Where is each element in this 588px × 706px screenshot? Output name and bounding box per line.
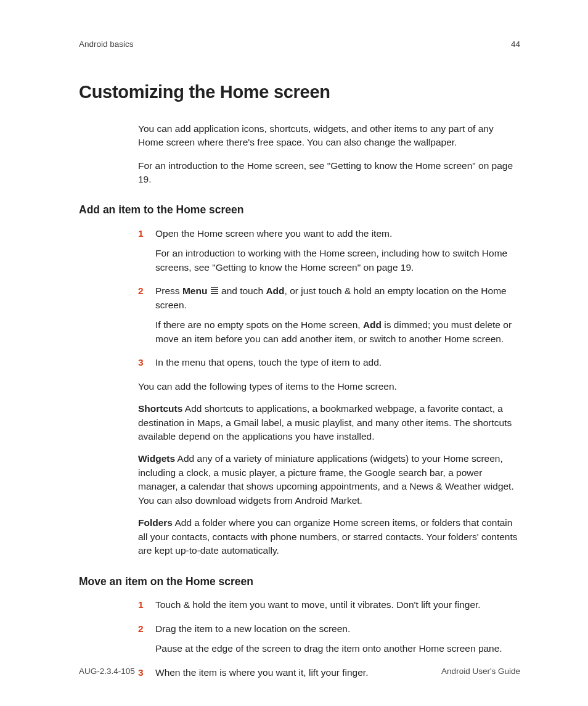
step-number: 1 xyxy=(138,598,155,618)
menu-label: Menu xyxy=(182,285,207,296)
step-text: In the menu that opens, touch the type o… xyxy=(155,356,520,369)
step-item: 1 Open the Home screen where you want to… xyxy=(138,227,520,281)
step-text: Touch & hold the item you want to move, … xyxy=(155,598,520,612)
intro-block: You can add application icons, shortcuts… xyxy=(79,122,520,187)
add-label: Add xyxy=(266,285,284,296)
step-number: 2 xyxy=(138,284,155,352)
doc-title: Android User's Guide xyxy=(441,665,520,678)
step-note: If there are no empty spots on the Home … xyxy=(155,318,520,346)
body-paragraph: You can add the following types of items… xyxy=(138,380,520,393)
definition-label: Shortcuts xyxy=(138,403,182,414)
step-note: For an introduction to working with the … xyxy=(155,247,520,274)
steps-list: 1 Open the Home screen where you want to… xyxy=(138,227,520,558)
doc-id: AUG-2.3.4-105 xyxy=(79,665,135,678)
intro-paragraph: For an introduction to the Home screen, … xyxy=(138,159,520,187)
intro-paragraph: You can add application icons, shortcuts… xyxy=(138,122,520,150)
step-number: 3 xyxy=(138,356,155,376)
step-item: 2 Press Menu and touch Add, or just touc… xyxy=(138,284,520,352)
definition-label: Folders xyxy=(138,517,173,528)
section-label: Android basics xyxy=(79,38,134,51)
definition-shortcuts: Shortcuts Add shortcuts to applications,… xyxy=(138,402,520,443)
page-footer: AUG-2.3.4-105 Android User's Guide xyxy=(79,665,520,678)
step-item: 2 Drag the item to a new location on the… xyxy=(138,622,520,662)
page-header: Android basics 44 xyxy=(79,38,520,51)
definition-label: Widgets xyxy=(138,453,175,464)
step-note: Pause at the edge of the screen to drag … xyxy=(155,642,520,655)
step-number: 2 xyxy=(138,622,155,662)
page-number: 44 xyxy=(511,38,520,51)
step-number: 1 xyxy=(138,227,155,281)
page-title: Customizing the Home screen xyxy=(79,79,520,105)
definition-widgets: Widgets Add any of a variety of miniatur… xyxy=(138,452,520,507)
section-heading: Move an item on the Home screen xyxy=(79,574,520,589)
step-item: 3 In the menu that opens, touch the type… xyxy=(138,356,520,376)
step-text: Open the Home screen where you want to a… xyxy=(155,227,520,240)
section-heading: Add an item to the Home screen xyxy=(79,202,520,218)
menu-icon xyxy=(211,286,218,295)
definition-folders: Folders Add a folder where you can organ… xyxy=(138,516,520,557)
add-label: Add xyxy=(363,319,382,330)
step-text: Drag the item to a new location on the s… xyxy=(155,622,520,636)
step-text: Press Menu and touch Add, or just touch … xyxy=(155,284,520,312)
step-item: 1 Touch & hold the item you want to move… xyxy=(138,598,520,618)
